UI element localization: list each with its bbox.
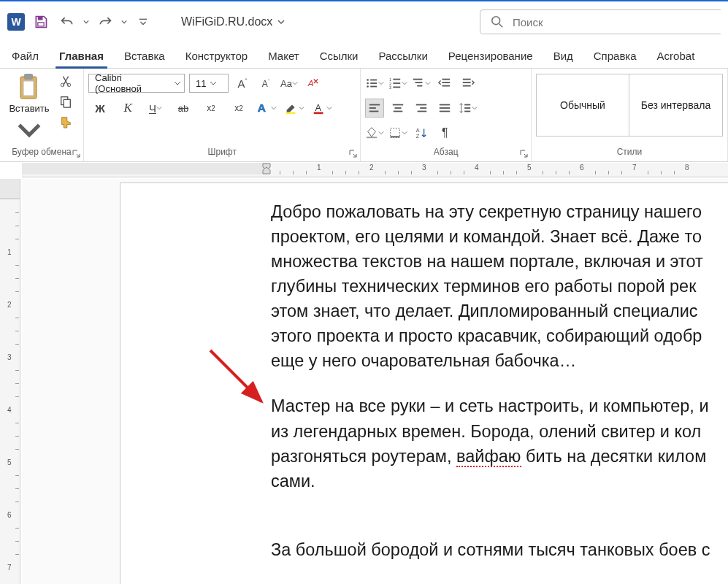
tab-help[interactable]: Справка — [583, 45, 647, 68]
underline-button[interactable]: Ч — [144, 99, 167, 118]
tab-acrobat[interactable]: Acrobat — [647, 45, 705, 68]
svg-rect-48 — [440, 111, 450, 112]
justify-button[interactable] — [435, 99, 454, 118]
clipboard-dialog-launcher[interactable] — [71, 148, 81, 158]
svg-point-16 — [367, 79, 369, 81]
svg-rect-52 — [367, 137, 377, 138]
svg-rect-31 — [442, 79, 451, 80]
show-marks-button[interactable]: ¶ — [435, 123, 454, 142]
font-size-select[interactable]: 11 — [189, 74, 229, 93]
svg-rect-35 — [463, 82, 471, 83]
increase-indent-button[interactable] — [459, 74, 478, 93]
svg-point-18 — [367, 82, 369, 85]
tab-review[interactable]: Рецензирование — [438, 45, 543, 68]
document-canvas[interactable]: Добро пожаловать на эту секретную страни… — [22, 179, 728, 584]
font-name-select[interactable]: Calibri (Основной — [88, 74, 185, 93]
svg-rect-34 — [463, 79, 471, 80]
bullets-button[interactable] — [365, 74, 384, 93]
shading-button[interactable] — [365, 123, 384, 142]
document-title[interactable]: WiFiGiD.RU.docx — [181, 15, 286, 28]
decrease-font-button[interactable]: Aˇ — [256, 74, 275, 93]
line-spacing-button[interactable] — [459, 99, 478, 118]
undo-button[interactable] — [57, 12, 77, 32]
horizontal-ruler[interactable]: 12345678 — [22, 163, 728, 177]
align-center-button[interactable] — [388, 99, 407, 118]
text-line[interactable]: Добро пожаловать на эту секретную страни… — [271, 199, 728, 373]
tab-home[interactable]: Главная — [49, 45, 114, 68]
numbering-button[interactable]: 123 — [388, 74, 407, 93]
svg-rect-23 — [394, 79, 401, 80]
change-case-button[interactable]: Aa — [280, 74, 299, 93]
increase-font-button[interactable]: Aˆ — [233, 74, 252, 93]
format-painter-button[interactable] — [57, 113, 74, 131]
svg-rect-19 — [371, 82, 378, 84]
bold-button[interactable]: Ж — [88, 99, 112, 118]
save-button[interactable] — [31, 12, 51, 32]
text-line[interactable]: За большой бородой и сотнями тысяч танко… — [271, 537, 728, 562]
svg-rect-47 — [440, 107, 450, 109]
svg-rect-29 — [415, 82, 423, 83]
indent-marker-icon[interactable] — [262, 163, 271, 174]
svg-text:Z: Z — [416, 133, 420, 139]
paragraph-dialog-launcher[interactable] — [518, 148, 529, 158]
svg-text:A: A — [258, 101, 266, 114]
svg-rect-5 — [24, 74, 33, 80]
font-color-button[interactable]: A — [310, 99, 334, 118]
paste-dropdown-icon[interactable] — [17, 115, 42, 145]
svg-rect-49 — [464, 104, 470, 106]
svg-rect-46 — [440, 104, 450, 106]
align-right-button[interactable] — [412, 99, 431, 118]
qat-customize-button[interactable] — [133, 12, 153, 32]
redo-dropdown-icon[interactable] — [121, 19, 127, 25]
svg-rect-25 — [394, 82, 401, 84]
decrease-indent-button[interactable] — [435, 74, 454, 93]
italic-button[interactable]: К — [116, 99, 139, 118]
clear-formatting-button[interactable]: A — [303, 74, 322, 93]
multilevel-list-button[interactable] — [412, 74, 431, 93]
search-input[interactable] — [513, 16, 710, 28]
strikethrough-button[interactable]: ab — [172, 99, 195, 118]
svg-rect-36 — [463, 85, 471, 87]
search-box[interactable] — [480, 9, 721, 34]
group-font-label: Шрифт — [88, 145, 356, 160]
title-bar: W WiFiGiD.RU.docx — [0, 0, 728, 42]
svg-rect-28 — [413, 79, 423, 80]
svg-rect-27 — [394, 87, 401, 88]
tab-view[interactable]: Вид — [543, 45, 583, 68]
superscript-button[interactable]: x2 — [227, 99, 250, 118]
paste-button[interactable]: Вставить — [4, 72, 54, 145]
tab-insert[interactable]: Вставка — [114, 45, 175, 68]
svg-rect-42 — [394, 111, 403, 112]
copy-button[interactable] — [57, 93, 74, 110]
borders-button[interactable] — [388, 123, 407, 142]
svg-point-20 — [367, 85, 369, 88]
style-no-spacing[interactable]: Без интервала — [629, 74, 723, 137]
align-left-button[interactable] — [365, 99, 384, 118]
tab-mailings[interactable]: Рассылки — [368, 45, 437, 68]
style-normal[interactable]: Обычный — [536, 74, 629, 137]
tab-layout[interactable]: Макет — [258, 45, 309, 68]
svg-rect-38 — [369, 107, 376, 109]
svg-point-3 — [492, 17, 500, 25]
svg-rect-21 — [371, 86, 378, 88]
app-word-icon: W — [7, 13, 25, 31]
sort-button[interactable]: AZ — [412, 123, 431, 142]
font-dialog-launcher[interactable] — [348, 148, 358, 158]
subscript-button[interactable]: x2 — [199, 99, 223, 118]
tab-file[interactable]: Файл — [1, 45, 49, 68]
svg-rect-1 — [38, 23, 44, 26]
cut-button[interactable] — [57, 72, 74, 90]
text-effects-button[interactable]: A — [255, 99, 278, 118]
tab-references[interactable]: Ссылки — [310, 45, 369, 68]
vertical-ruler[interactable]: 1234567 — [0, 179, 20, 584]
svg-rect-41 — [395, 107, 402, 109]
page[interactable]: Добро пожаловать на эту секретную страни… — [120, 182, 728, 584]
svg-rect-51 — [464, 111, 470, 112]
document-name-label: WiFiGiD.RU.docx — [181, 15, 272, 28]
highlight-button[interactable] — [283, 99, 306, 118]
undo-dropdown-icon[interactable] — [83, 19, 89, 25]
redo-button[interactable] — [95, 12, 115, 32]
text-line[interactable]: Мастер на все руки – и сеть настроить, и… — [271, 393, 728, 493]
tab-design[interactable]: Конструктор — [175, 45, 258, 68]
svg-rect-45 — [418, 111, 427, 112]
